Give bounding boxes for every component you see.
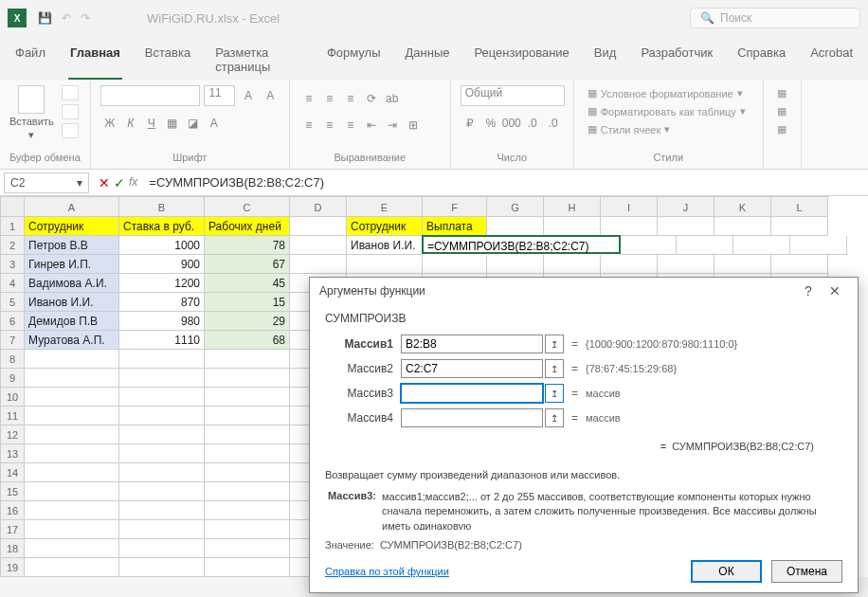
cut-button[interactable]	[62, 85, 79, 100]
tab-review[interactable]: Рецензирование	[472, 40, 570, 80]
merge-button[interactable]: ⊞	[404, 116, 423, 135]
cell[interactable]	[25, 407, 119, 425]
cell[interactable]: Гинрев И.П.	[25, 255, 119, 274]
cell[interactable]	[290, 255, 347, 274]
col-header[interactable]: G	[487, 196, 544, 217]
row-header[interactable]: 13	[0, 444, 25, 463]
paste-button[interactable]: Вставить ▾	[9, 85, 54, 141]
italic-button[interactable]: К	[121, 114, 140, 133]
copy-button[interactable]	[62, 104, 79, 119]
cell[interactable]	[119, 369, 205, 388]
cell[interactable]: 1110	[119, 331, 205, 350]
currency-button[interactable]: ₽	[461, 114, 479, 133]
increase-font-button[interactable]: A	[239, 86, 257, 105]
cell[interactable]	[733, 236, 790, 255]
search-box[interactable]: 🔍 Поиск	[690, 8, 860, 28]
select-all-corner[interactable]	[0, 196, 25, 217]
row-header[interactable]: 4	[0, 274, 25, 293]
font-size-select[interactable]: 11	[204, 85, 235, 106]
orientation-button[interactable]: ⟳	[362, 89, 381, 108]
cell[interactable]	[25, 388, 119, 407]
cell[interactable]: Рабочих дней	[205, 217, 290, 236]
percent-button[interactable]: %	[481, 114, 500, 133]
cell[interactable]	[205, 558, 290, 577]
cell[interactable]: 15	[205, 293, 290, 312]
collapse-dialog-button[interactable]: ↥	[545, 408, 564, 427]
fx-button[interactable]: fx	[129, 175, 137, 190]
cell[interactable]: Ставка в руб.	[119, 217, 205, 236]
col-header[interactable]: F	[423, 196, 487, 217]
cell[interactable]: Выплата	[423, 217, 487, 236]
cell[interactable]	[714, 217, 771, 236]
active-cell[interactable]: =СУММПРОИЗВ(B2:B8;C2:C7)	[422, 235, 621, 254]
formula-input[interactable]	[143, 175, 868, 190]
cell[interactable]: 1000	[119, 236, 205, 255]
col-header[interactable]: C	[205, 196, 290, 217]
cell[interactable]	[790, 236, 847, 255]
cell[interactable]	[658, 217, 714, 236]
cell[interactable]	[544, 255, 601, 274]
row-header[interactable]: 12	[0, 425, 25, 444]
cell[interactable]: 900	[119, 255, 205, 274]
cell[interactable]	[119, 539, 205, 558]
cell[interactable]: 1200	[119, 274, 205, 293]
cell[interactable]: 29	[205, 312, 290, 331]
row-header[interactable]: 11	[0, 407, 25, 425]
cell[interactable]	[119, 501, 205, 520]
tab-file[interactable]: Файл	[13, 40, 47, 80]
cell[interactable]	[25, 444, 119, 463]
help-button[interactable]: ?	[795, 283, 822, 298]
cell-styles-button[interactable]: ▦ Стили ячеек ▾	[584, 121, 674, 137]
delete-cells-button[interactable]: ▦	[773, 103, 790, 119]
align-right-button[interactable]: ≡	[341, 116, 360, 135]
cell[interactable]	[25, 520, 119, 539]
conditional-formatting-button[interactable]: ▦ Условное форматирование ▾	[584, 85, 747, 101]
tab-page-layout[interactable]: Разметка страницы	[213, 40, 304, 80]
cell[interactable]	[205, 350, 290, 369]
cell[interactable]	[205, 407, 290, 425]
row-header[interactable]: 3	[0, 255, 25, 274]
cell[interactable]: Вадимова А.И.	[25, 274, 119, 293]
cell[interactable]	[119, 482, 205, 501]
accept-formula-button[interactable]: ✓	[114, 175, 125, 190]
cell[interactable]: 45	[205, 274, 290, 293]
arg-input-3[interactable]	[401, 384, 543, 403]
bold-button[interactable]: Ж	[100, 114, 119, 133]
collapse-dialog-button[interactable]: ↥	[545, 384, 564, 403]
format-painter-button[interactable]	[62, 123, 79, 138]
cell[interactable]	[290, 236, 347, 255]
tab-insert[interactable]: Вставка	[143, 40, 192, 80]
cell[interactable]	[119, 425, 205, 444]
cell[interactable]: Иванов И.И.	[347, 236, 423, 255]
row-header[interactable]: 6	[0, 312, 25, 331]
cell[interactable]	[25, 501, 119, 520]
cell[interactable]	[205, 444, 290, 463]
cell[interactable]	[25, 425, 119, 444]
number-format-select[interactable]: Общий	[461, 85, 565, 106]
row-header[interactable]: 16	[0, 501, 25, 520]
cell[interactable]	[347, 255, 423, 274]
tab-view[interactable]: Вид	[592, 40, 619, 80]
save-icon[interactable]: 💾	[38, 11, 52, 25]
border-button[interactable]: ▦	[163, 114, 182, 133]
cell[interactable]	[205, 482, 290, 501]
cell[interactable]	[601, 255, 658, 274]
cell[interactable]	[544, 217, 601, 236]
col-header[interactable]: K	[714, 196, 771, 217]
cell[interactable]	[205, 369, 290, 388]
cell[interactable]: 870	[119, 293, 205, 312]
cell[interactable]	[205, 539, 290, 558]
tab-data[interactable]: Данные	[403, 40, 451, 80]
underline-button[interactable]: Ч	[142, 114, 161, 133]
cell[interactable]	[25, 369, 119, 388]
tab-formulas[interactable]: Формулы	[325, 40, 383, 80]
tab-help[interactable]: Справка	[735, 40, 787, 80]
cell[interactable]	[25, 539, 119, 558]
cell[interactable]	[119, 520, 205, 539]
row-header[interactable]: 15	[0, 482, 25, 501]
row-header[interactable]: 7	[0, 331, 25, 350]
cell[interactable]	[205, 520, 290, 539]
decrease-decimal-button[interactable]: .0	[544, 114, 563, 133]
row-header[interactable]: 9	[0, 369, 25, 388]
cell[interactable]	[25, 350, 119, 369]
